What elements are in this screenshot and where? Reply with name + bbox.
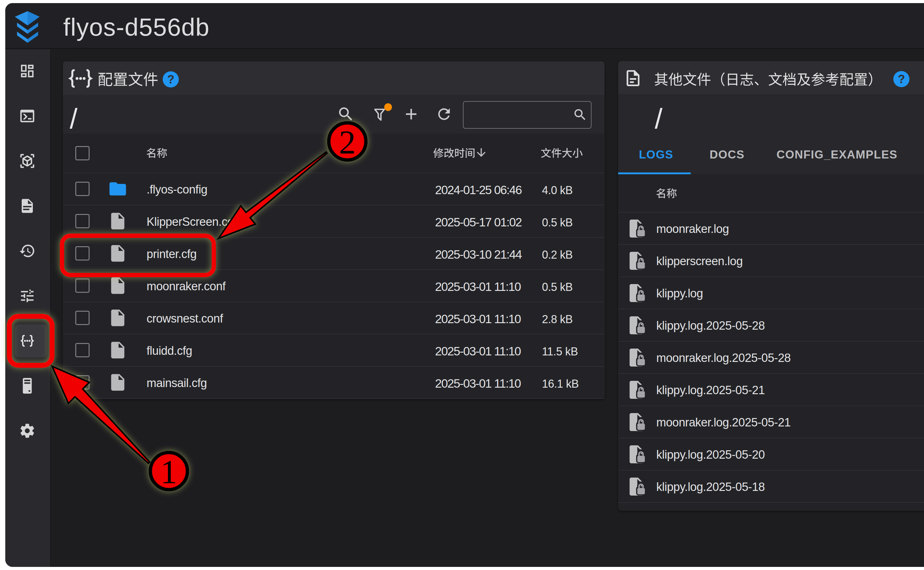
svg-text:2: 2 <box>339 124 356 161</box>
svg-text:1: 1 <box>160 454 177 490</box>
